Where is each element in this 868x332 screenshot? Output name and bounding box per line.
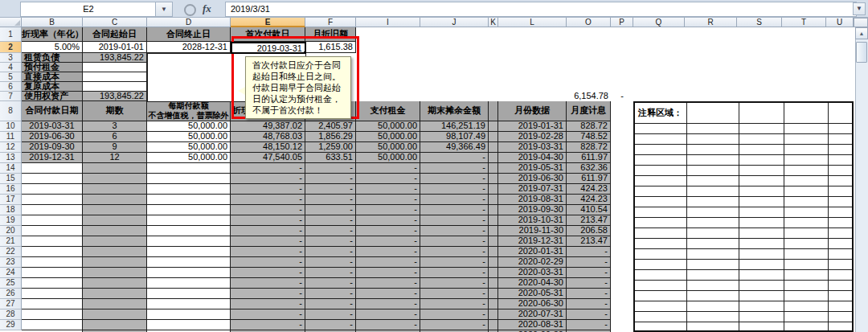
cell-E25[interactable]: -	[231, 278, 305, 289]
column-header-E[interactable]: E	[231, 18, 305, 27]
cell-D11[interactable]: 50,000.00	[147, 132, 231, 142]
vertical-scrollbar[interactable]	[855, 27, 868, 332]
cell-O25[interactable]: -	[567, 278, 611, 289]
row-header-29[interactable]: 29	[0, 320, 22, 330]
cell-F13[interactable]: 633.51	[305, 153, 356, 163]
cell-B3[interactable]: 租赁负债	[22, 53, 83, 63]
cell-F29[interactable]: -	[305, 320, 356, 330]
cell-F10[interactable]: 2,405.97	[305, 121, 356, 132]
cell-L8[interactable]: 月份数据	[498, 101, 567, 121]
cell-P7[interactable]: -	[611, 92, 633, 101]
cell-K27[interactable]	[489, 299, 498, 309]
cell-B19[interactable]	[22, 215, 83, 226]
cell-D20[interactable]	[147, 226, 231, 236]
cell-E16[interactable]: -	[231, 184, 305, 195]
cell-D18[interactable]	[147, 205, 231, 215]
cell-O13[interactable]: 611.97	[567, 153, 611, 163]
row-header-2[interactable]: 2	[0, 42, 22, 53]
cell-D22[interactable]	[147, 247, 231, 257]
cell-J20[interactable]: -	[420, 226, 489, 236]
cell-L28[interactable]: 2020-07-31	[498, 309, 567, 320]
cell-J24[interactable]: -	[420, 268, 489, 278]
cell-B25[interactable]	[22, 278, 83, 289]
cell-C19[interactable]	[83, 215, 147, 226]
cell-K11[interactable]	[489, 132, 498, 142]
name-box[interactable]: E2	[20, 2, 157, 17]
cell-C3[interactable]: 193,845.22	[83, 53, 147, 63]
cell-O20[interactable]: 206.58	[567, 226, 611, 236]
row-header-25[interactable]: 25	[0, 278, 22, 289]
row-header-12[interactable]: 12	[0, 142, 22, 153]
cell-F21[interactable]: -	[305, 236, 356, 247]
cell-B17[interactable]	[22, 195, 83, 205]
cell-O28[interactable]: -	[567, 309, 611, 320]
cell-O15[interactable]: 611.97	[567, 174, 611, 184]
cell-E10[interactable]: 49,387.02	[231, 121, 305, 132]
cell-C14[interactable]	[83, 163, 147, 174]
row-header-3[interactable]: 3	[0, 53, 22, 63]
cell-J13[interactable]: -	[420, 153, 489, 163]
cell-F25[interactable]: -	[305, 278, 356, 289]
cell-J12[interactable]: 49,366.49	[420, 142, 489, 153]
cell-O29[interactable]: -	[567, 320, 611, 330]
cell-J15[interactable]: -	[420, 174, 489, 184]
cell-K26[interactable]	[489, 289, 498, 299]
cell-D2[interactable]: 2028-12-31	[147, 42, 231, 53]
cell-E29[interactable]: -	[231, 320, 305, 330]
cell-O17[interactable]: 424.23	[567, 195, 611, 205]
cell-C28[interactable]	[83, 309, 147, 320]
cell-C2[interactable]: 2019-01-01	[83, 42, 147, 53]
cell-L18[interactable]: 2019-09-30	[498, 205, 567, 215]
cell-F15[interactable]: -	[305, 174, 356, 184]
cell-E24[interactable]: -	[231, 268, 305, 278]
cell-F27[interactable]: -	[305, 299, 356, 309]
cell-K25[interactable]	[489, 278, 498, 289]
cell-I17[interactable]: -	[356, 195, 420, 205]
row-header-19[interactable]: 19	[0, 215, 22, 226]
cell-D27[interactable]	[147, 299, 231, 309]
cell-J11[interactable]: 98,107.49	[420, 132, 489, 142]
cell-K20[interactable]	[489, 226, 498, 236]
cell-D13[interactable]: 50,000.00	[147, 153, 231, 163]
cell-C10[interactable]: 3	[83, 121, 147, 132]
cell-E21[interactable]: -	[231, 236, 305, 247]
cell-F18[interactable]: -	[305, 205, 356, 215]
cell-O14[interactable]: 632.36	[567, 163, 611, 174]
cell-B20[interactable]	[22, 226, 83, 236]
cell-O27[interactable]: -	[567, 299, 611, 309]
row-header-17[interactable]: 17	[0, 195, 22, 205]
cell-K15[interactable]	[489, 174, 498, 184]
cell-F17[interactable]: -	[305, 195, 356, 205]
cell-B4[interactable]: 预付租金	[22, 63, 83, 72]
column-header-I[interactable]: I	[356, 18, 420, 27]
cell-E27[interactable]: -	[231, 299, 305, 309]
cell-D29[interactable]	[147, 320, 231, 330]
cell-I12[interactable]: 50,000.00	[356, 142, 420, 153]
cell-I29[interactable]: -	[356, 320, 420, 330]
cell-J19[interactable]: -	[420, 215, 489, 226]
cell-B1[interactable]: 折现率（年化）	[22, 27, 83, 42]
cell-C8[interactable]: 期数	[83, 101, 147, 121]
cell-J25[interactable]: -	[420, 278, 489, 289]
cell-F19[interactable]: -	[305, 215, 356, 226]
cell-I21[interactable]: -	[356, 236, 420, 247]
cell-J14[interactable]: -	[420, 163, 489, 174]
cell-C24[interactable]	[83, 268, 147, 278]
cell-O22[interactable]: -	[567, 247, 611, 257]
column-header-S[interactable]: S	[737, 18, 782, 27]
cell-K23[interactable]	[489, 257, 498, 268]
cell-E12[interactable]: 48,150.12	[231, 142, 305, 153]
cell-K19[interactable]	[489, 215, 498, 226]
cell-F16[interactable]: -	[305, 184, 356, 195]
cell-B2[interactable]: 5.00%	[22, 42, 83, 53]
cell-K21[interactable]	[489, 236, 498, 247]
cell-J26[interactable]: -	[420, 289, 489, 299]
cell-D10[interactable]: 50,000.00	[147, 121, 231, 132]
cell-B27[interactable]	[22, 299, 83, 309]
cell-I10[interactable]: 50,000.00	[356, 121, 420, 132]
cell-L29[interactable]: 2020-08-31	[498, 320, 567, 330]
cell-K18[interactable]	[489, 205, 498, 215]
cell-J18[interactable]: -	[420, 205, 489, 215]
cell-I18[interactable]: -	[356, 205, 420, 215]
scrollbar-thumb[interactable]	[856, 42, 867, 63]
